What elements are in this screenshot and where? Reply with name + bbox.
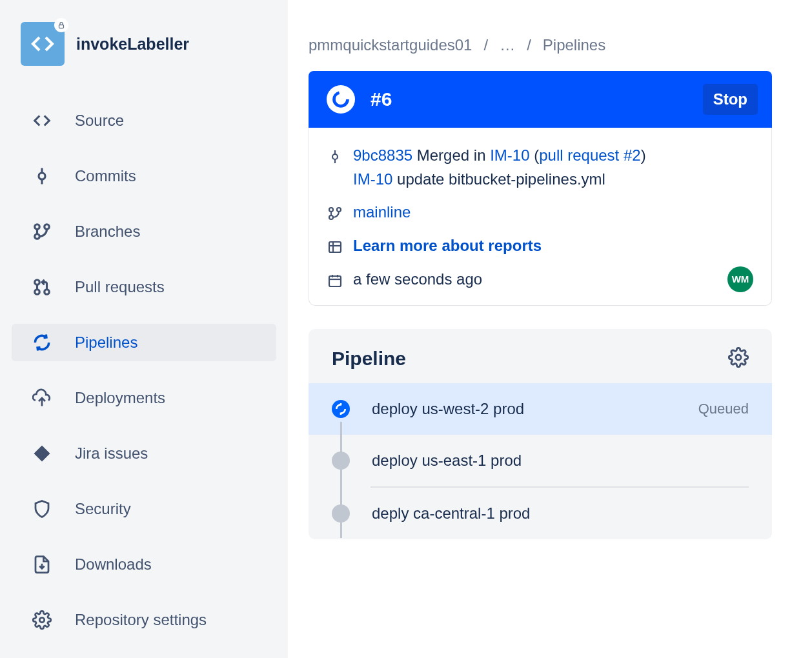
lock-badge — [54, 18, 68, 32]
deployments-icon — [32, 388, 52, 408]
sidebar-item-label: Downloads — [75, 555, 152, 573]
sidebar-item-label: Source — [75, 112, 124, 130]
reports-row: Learn more about reports — [327, 234, 753, 257]
run-banner: #6 Stop — [309, 71, 772, 128]
download-icon — [32, 555, 52, 574]
sidebar-item-settings[interactable]: Repository settings — [12, 601, 276, 639]
svg-point-18 — [329, 208, 333, 212]
svg-point-15 — [332, 154, 338, 159]
running-icon — [335, 403, 347, 415]
sidebar-item-label: Security — [75, 500, 131, 518]
sidebar-item-label: Commits — [75, 167, 136, 185]
sidebar-item-label: Jira issues — [75, 444, 148, 463]
commit-text: ( — [530, 146, 540, 164]
code-icon — [32, 111, 52, 130]
step-name: deploy us-west-2 prod — [372, 400, 676, 418]
reports-link[interactable]: Learn more about reports — [353, 237, 542, 254]
branch-icon — [32, 222, 52, 241]
sidebar-item-label: Repository settings — [75, 611, 207, 629]
pipelines-icon — [32, 333, 52, 352]
lock-icon — [57, 21, 65, 29]
svg-point-14 — [334, 93, 348, 106]
pipeline-step[interactable]: deploy us-west-2 prod Queued — [309, 383, 772, 435]
branch-icon — [327, 206, 343, 221]
panel-icon — [327, 239, 343, 255]
commit-text: Merged in — [412, 146, 490, 164]
svg-point-19 — [337, 208, 341, 212]
commit-text: ) — [641, 146, 646, 164]
shield-icon — [32, 499, 52, 519]
pipeline-title: Pipeline — [332, 348, 406, 370]
running-icon — [332, 90, 350, 108]
sidebar-item-jira[interactable]: Jira issues — [12, 435, 276, 472]
sidebar-item-branches[interactable]: Branches — [12, 213, 276, 250]
pipeline-step[interactable]: deply ca-central-1 prod — [309, 488, 772, 539]
pr-link[interactable]: pull request #2 — [539, 146, 640, 164]
sidebar-item-label: Pipelines — [75, 334, 137, 352]
pipeline-settings-button[interactable] — [728, 347, 749, 370]
run-info-card: 9bc8835 Merged in IM-10 (pull request #2… — [309, 128, 772, 306]
stop-button[interactable]: Stop — [703, 84, 758, 115]
run-status-icon — [327, 85, 355, 114]
sidebar: invokeLabeller Source Commits Branches P… — [0, 0, 288, 658]
repo-name: invokeLabeller — [76, 35, 189, 54]
run-number: #6 — [370, 88, 687, 110]
repo-header: invokeLabeller — [12, 22, 276, 66]
gear-icon — [728, 347, 749, 368]
sidebar-item-downloads[interactable]: Downloads — [12, 546, 276, 583]
step-list: deploy us-west-2 prod Queued deploy us-e… — [309, 383, 772, 539]
pipeline-step[interactable]: deploy us-east-1 prod — [309, 435, 772, 486]
breadcrumb-root[interactable]: pmmquickstartguides01 — [309, 36, 472, 54]
branch-row: mainline — [327, 200, 753, 224]
ticket-link[interactable]: IM-10 — [353, 170, 392, 188]
svg-rect-24 — [329, 276, 341, 286]
sidebar-item-deployments[interactable]: Deployments — [12, 379, 276, 417]
step-name: deploy us-east-1 prod — [372, 452, 749, 470]
svg-point-8 — [35, 290, 40, 295]
commit-hash-link[interactable]: 9bc8835 — [353, 146, 412, 164]
time-row: a few seconds ago WM — [327, 266, 753, 292]
svg-point-28 — [736, 355, 741, 360]
commit-message: update bitbucket-pipelines.yml — [392, 170, 605, 188]
sidebar-item-pipelines[interactable]: Pipelines — [12, 324, 276, 361]
breadcrumb: pmmquickstartguides01 / … / Pipelines — [309, 36, 772, 54]
commit-row: 9bc8835 Merged in IM-10 (pull request #2… — [327, 143, 753, 191]
pull-request-icon — [32, 277, 52, 297]
sidebar-item-label: Deployments — [75, 389, 165, 407]
step-status-pending-icon — [332, 504, 350, 523]
calendar-icon — [327, 273, 343, 288]
breadcrumb-current: Pipelines — [543, 36, 605, 54]
sidebar-item-label: Branches — [75, 223, 140, 241]
svg-point-4 — [35, 224, 40, 230]
commit-icon — [32, 166, 52, 186]
branch-link[interactable]: mainline — [353, 203, 411, 221]
svg-point-20 — [329, 215, 333, 219]
gear-icon — [32, 610, 52, 630]
svg-point-5 — [45, 224, 50, 230]
step-status-pending-icon — [332, 452, 350, 470]
sidebar-item-commits[interactable]: Commits — [12, 157, 276, 195]
svg-point-10 — [45, 290, 50, 295]
sidebar-item-security[interactable]: Security — [12, 490, 276, 528]
commit-icon — [327, 149, 343, 164]
pipeline-card: Pipeline deploy us-west-2 prod Queued de… — [309, 329, 772, 539]
jira-icon — [32, 444, 52, 463]
svg-point-13 — [39, 617, 45, 623]
step-name: deply ca-central-1 prod — [372, 504, 749, 523]
ticket-link[interactable]: IM-10 — [490, 146, 529, 164]
breadcrumb-separator: / — [527, 36, 531, 54]
code-icon — [30, 31, 56, 57]
breadcrumb-ellipsis[interactable]: … — [500, 36, 515, 54]
step-status-running-icon — [332, 400, 350, 418]
svg-point-6 — [35, 234, 40, 239]
sidebar-item-source[interactable]: Source — [12, 102, 276, 139]
svg-rect-0 — [59, 25, 64, 28]
pipeline-header: Pipeline — [309, 329, 772, 383]
sidebar-item-label: Pull requests — [75, 278, 165, 296]
sidebar-item-pull-requests[interactable]: Pull requests — [12, 268, 276, 306]
avatar[interactable]: WM — [727, 266, 753, 292]
main-content: pmmquickstartguides01 / … / Pipelines #6… — [288, 0, 812, 658]
breadcrumb-separator: / — [483, 36, 488, 54]
timestamp: a few seconds ago — [353, 267, 482, 291]
svg-point-7 — [35, 280, 40, 285]
